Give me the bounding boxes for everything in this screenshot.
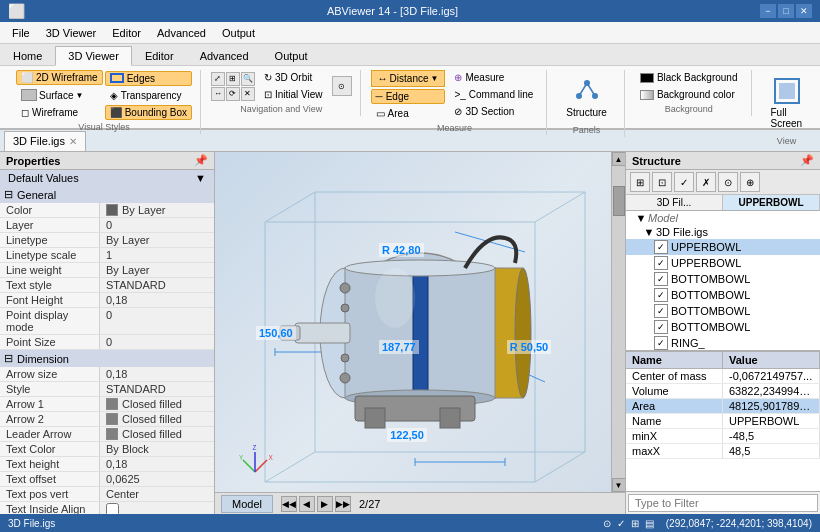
nav-icon-extra[interactable]: ⊙ bbox=[332, 76, 352, 96]
props-row-minx[interactable]: minX -48,5 bbox=[626, 429, 820, 444]
doc-tab-3dfile[interactable]: 3D File.igs ✕ bbox=[4, 131, 86, 151]
btn-3d-section[interactable]: ⊘ 3D Section bbox=[449, 104, 538, 119]
btn-structure[interactable]: Structure bbox=[557, 70, 616, 123]
props-table-header: Name Value bbox=[626, 352, 820, 369]
tree-item-ring-1[interactable]: ✓ RING_ bbox=[626, 335, 820, 351]
tree-checkbox-1[interactable]: ✓ bbox=[654, 240, 668, 254]
menu-file[interactable]: File bbox=[4, 25, 38, 41]
tree-item-bottombowl-1[interactable]: ✓ BOTTOMBOWL bbox=[626, 271, 820, 287]
filter-input[interactable] bbox=[628, 494, 818, 512]
btn-3d-orbit[interactable]: ↻ 3D Orbit bbox=[259, 70, 328, 85]
tree-checkbox-6[interactable]: ✓ bbox=[654, 320, 668, 334]
surface-dropdown-arrow[interactable]: ▼ bbox=[75, 91, 83, 100]
minimize-button[interactable]: − bbox=[760, 4, 776, 18]
nav-icon-1[interactable]: ⤢ bbox=[211, 72, 225, 86]
tree-checkbox-5[interactable]: ✓ bbox=[654, 304, 668, 318]
prev-btn[interactable]: ◀ bbox=[299, 496, 315, 512]
struct-btn-2[interactable]: ⊡ bbox=[652, 172, 672, 192]
doc-tab-close[interactable]: ✕ bbox=[69, 136, 77, 147]
props-row-nameub[interactable]: Name UPPERBOWL bbox=[626, 414, 820, 429]
struct-tab-file[interactable]: 3D Fil... bbox=[626, 195, 723, 210]
btn-area[interactable]: ▭ Area bbox=[371, 106, 446, 121]
struct-tab-upperbowl[interactable]: UPPERBOWL bbox=[723, 195, 820, 210]
doc-tab-label: 3D File.igs bbox=[13, 135, 65, 147]
nav-icon-5[interactable]: ⟳ bbox=[226, 87, 240, 101]
menu-advanced[interactable]: Advanced bbox=[149, 25, 214, 41]
btn-surface[interactable]: Surface ▼ bbox=[16, 87, 103, 103]
struct-btn-1[interactable]: ⊞ bbox=[630, 172, 650, 192]
tab-advanced[interactable]: Advanced bbox=[187, 46, 262, 65]
default-values-bar: Default Values ▼ bbox=[0, 170, 214, 186]
file-expand[interactable]: ▼ bbox=[642, 226, 656, 238]
btn-distance[interactable]: ↔ Distance ▼ bbox=[371, 70, 446, 87]
default-values-arrow[interactable]: ▼ bbox=[195, 172, 206, 184]
props-row-vol[interactable]: Volume 63822,2349948... bbox=[626, 384, 820, 399]
close-button[interactable]: ✕ bbox=[796, 4, 812, 18]
btn-measure[interactable]: ⊕ Measure bbox=[449, 70, 538, 85]
nav-icon-2[interactable]: ⊞ bbox=[226, 72, 240, 86]
section-dimension[interactable]: ⊟ Dimension bbox=[0, 350, 214, 367]
tree-item-bottombowl-2[interactable]: ✓ BOTTOMBOWL bbox=[626, 287, 820, 303]
model-expand[interactable]: ▼ bbox=[634, 212, 648, 224]
next-page-btn[interactable]: ▶▶ bbox=[335, 496, 351, 512]
scroll-down-arrow[interactable]: ▼ bbox=[612, 478, 626, 492]
btn-command-line[interactable]: >_ Command line bbox=[449, 87, 538, 102]
struct-btn-5[interactable]: ⊙ bbox=[718, 172, 738, 192]
tab-editor[interactable]: Editor bbox=[132, 46, 187, 65]
properties-pin-icon[interactable]: 📌 bbox=[194, 154, 208, 167]
structure-pin-icon[interactable]: 📌 bbox=[800, 154, 814, 167]
struct-btn-3[interactable]: ✓ bbox=[674, 172, 694, 192]
btn-transparency[interactable]: ◈ Transparency bbox=[105, 88, 192, 103]
maximize-button[interactable]: □ bbox=[778, 4, 794, 18]
struct-btn-6[interactable]: ⊕ bbox=[740, 172, 760, 192]
svg-point-42 bbox=[341, 354, 349, 362]
btn-fullscreen[interactable]: Full Screen bbox=[762, 70, 812, 134]
struct-btn-4[interactable]: ✗ bbox=[696, 172, 716, 192]
distance-dropdown-arrow[interactable]: ▼ bbox=[431, 74, 439, 83]
model-tab[interactable]: Model bbox=[221, 495, 273, 513]
props-row-area[interactable]: Area 48125,9017897... bbox=[626, 399, 820, 414]
nav-icon-3[interactable]: 🔍 bbox=[241, 72, 255, 86]
nav-icon-4[interactable]: ↔ bbox=[211, 87, 225, 101]
structure-tree[interactable]: ▼ Model ▼ 3D File.igs ✓ UPPERBOWL ✓ UPPE… bbox=[626, 211, 820, 351]
prop-minx-value: -48,5 bbox=[723, 429, 820, 443]
menu-3dviewer[interactable]: 3D Viewer bbox=[38, 25, 105, 41]
props-row-maxx[interactable]: maxX 48,5 bbox=[626, 444, 820, 459]
distance-icon: ↔ bbox=[378, 73, 388, 84]
tab-output[interactable]: Output bbox=[262, 46, 321, 65]
btn-edge[interactable]: ─ Edge bbox=[371, 89, 446, 104]
tree-item-bottombowl-4[interactable]: ✓ BOTTOMBOWL bbox=[626, 319, 820, 335]
tab-home[interactable]: Home bbox=[0, 46, 55, 65]
next-btn[interactable]: ▶ bbox=[317, 496, 333, 512]
tree-checkbox-2[interactable]: ✓ bbox=[654, 256, 668, 270]
tree-model[interactable]: ▼ Model bbox=[626, 211, 820, 225]
tree-item-upperbowl-1[interactable]: ✓ UPPERBOWL bbox=[626, 239, 820, 255]
prev-page-btn[interactable]: ◀◀ bbox=[281, 496, 297, 512]
section-general[interactable]: ⊟ General bbox=[0, 186, 214, 203]
btn-initial-view[interactable]: ⊡ Initial View bbox=[259, 87, 328, 102]
btn-wireframe[interactable]: ◻ Wireframe bbox=[16, 105, 103, 120]
edges-icon bbox=[110, 73, 124, 83]
btn-edges[interactable]: Edges bbox=[105, 71, 192, 86]
scroll-thumb[interactable] bbox=[613, 186, 625, 216]
btn-black-bg[interactable]: Black Background bbox=[635, 70, 743, 85]
svg-text:Z: Z bbox=[253, 444, 257, 451]
tree-file[interactable]: ▼ 3D File.igs bbox=[626, 225, 820, 239]
btn-2d-wireframe[interactable]: ⬜ 2D Wireframe bbox=[16, 70, 103, 85]
tree-checkbox-4[interactable]: ✓ bbox=[654, 288, 668, 302]
tree-item-bottombowl-3[interactable]: ✓ BOTTOMBOWL bbox=[626, 303, 820, 319]
nav-icon-6[interactable]: ✕ bbox=[241, 87, 255, 101]
tree-checkbox-3[interactable]: ✓ bbox=[654, 272, 668, 286]
menu-output[interactable]: Output bbox=[214, 25, 263, 41]
scroll-up-arrow[interactable]: ▲ bbox=[612, 152, 626, 166]
tree-item-upperbowl-2[interactable]: ✓ UPPERBOWL bbox=[626, 255, 820, 271]
btn-bounding-box[interactable]: ⬛ Bounding Box bbox=[105, 105, 192, 120]
viewport-vscroll[interactable]: ▲ ▼ bbox=[611, 152, 625, 492]
props-row-com[interactable]: Center of mass -0,0672149757... bbox=[626, 369, 820, 384]
viewport[interactable]: R 42,80 150,60 187,77 R 50,50 122,50 X Y… bbox=[215, 152, 625, 514]
tree-checkbox-7[interactable]: ✓ bbox=[654, 336, 668, 350]
menu-editor[interactable]: Editor bbox=[104, 25, 149, 41]
text-inside-align-checkbox[interactable] bbox=[106, 503, 119, 514]
tab-3dviewer[interactable]: 3D Viewer bbox=[55, 46, 132, 66]
btn-bg-color[interactable]: Background color bbox=[635, 87, 743, 102]
